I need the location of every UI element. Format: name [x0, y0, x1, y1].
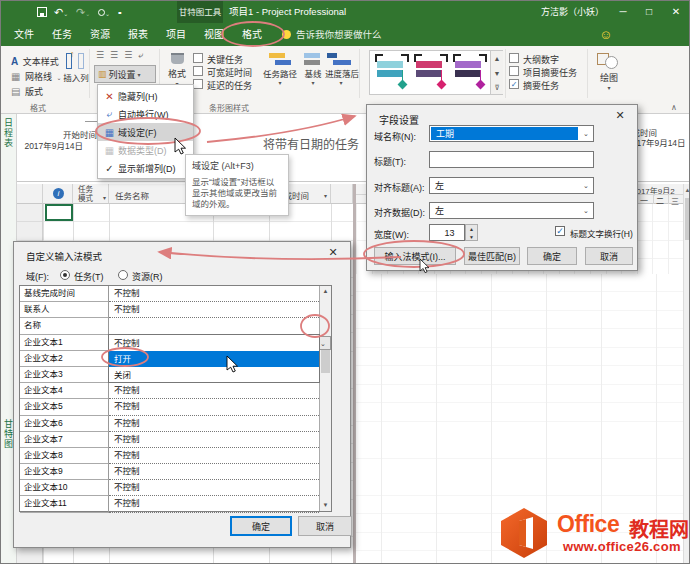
- tab-view[interactable]: 视图: [197, 23, 231, 46]
- dialog-title: 字段设置: [379, 112, 419, 127]
- outline-number-checkbox[interactable]: [509, 53, 519, 63]
- tab-file[interactable]: 文件: [7, 23, 41, 46]
- baseline-button[interactable]: 基线 ▾: [301, 51, 325, 86]
- table-row[interactable]: 企业文本4不控制: [20, 383, 331, 399]
- ime-mode-button[interactable]: 输入法模式(I)...: [374, 247, 456, 265]
- insert-column-button[interactable]: ↑ 插入列: [61, 51, 91, 83]
- late-tasks-checkbox[interactable]: [193, 79, 203, 89]
- table-row[interactable]: 企业文本10不控制: [20, 480, 331, 496]
- gallery-down-icon[interactable]: ▼: [490, 66, 503, 81]
- table-row[interactable]: 联系人不控制: [20, 302, 331, 318]
- minimize-button[interactable]: ─: [611, 1, 635, 23]
- dropdown-option[interactable]: 关闭: [109, 367, 319, 383]
- table-row[interactable]: 企业文本6不控制: [20, 416, 331, 432]
- dropdown-option[interactable]: 不控制: [109, 335, 319, 351]
- table-row[interactable]: 企业文本5不控制: [20, 399, 331, 415]
- filter-icon[interactable]: ▾: [324, 192, 327, 199]
- undo-icon[interactable]: ↶⌄: [54, 5, 68, 21]
- ok-button[interactable]: 确定: [230, 516, 292, 536]
- task-mode-column-header[interactable]: 任务模式 ▾: [73, 184, 109, 204]
- slack-checkbox[interactable]: [193, 66, 203, 76]
- task-mode-header-label: 任务模式: [78, 185, 96, 203]
- width-input[interactable]: 13: [429, 224, 465, 241]
- gantt-style-3[interactable]: [452, 54, 488, 92]
- gallery-more-icon[interactable]: ⊽: [490, 81, 503, 94]
- align-title-combo[interactable]: 左 ⌄: [429, 177, 594, 194]
- chevron-down-icon[interactable]: ⌄: [579, 182, 593, 190]
- drawing-button[interactable]: 绘图 ▾: [591, 51, 627, 91]
- gallery-up-icon[interactable]: ▲: [490, 51, 503, 66]
- table-row[interactable]: 企业文本7不控制: [20, 432, 331, 448]
- data-type-icon: ▦: [101, 145, 118, 156]
- menu-item-field-settings[interactable]: ▦ 域设定(F): [98, 123, 193, 141]
- close-button[interactable]: ✕: [664, 1, 688, 23]
- cancel-button[interactable]: 取消: [298, 516, 352, 536]
- table-row[interactable]: 企业文本8不控制: [20, 448, 331, 464]
- bar-format-button[interactable]: 格式 ▾: [163, 51, 191, 87]
- maximize-button[interactable]: □: [637, 1, 661, 23]
- redo-icon[interactable]: ↷⌄: [76, 5, 90, 21]
- alignment-icons[interactable]: ☰☰☰⤶: [96, 50, 149, 61]
- chevron-down-icon[interactable]: ⌄: [579, 207, 593, 215]
- resource-radio[interactable]: [118, 270, 128, 280]
- touch-mode-icon[interactable]: ⌄: [98, 5, 110, 21]
- contextual-tab-gantt-tools[interactable]: 甘特图工具: [177, 1, 223, 23]
- gantt-style-gallery[interactable]: ▲ ▼ ⊽: [369, 50, 503, 95]
- menu-item-show-new-column[interactable]: ✓ 显示新增列(D): [98, 159, 193, 177]
- field-name-combo[interactable]: 工期 ⌄: [429, 125, 594, 142]
- gantt-style-1[interactable]: [374, 54, 410, 92]
- scrollbar-thumb[interactable]: [685, 198, 690, 240]
- menu-item-hide-column[interactable]: ✕ 隐藏列(H): [98, 87, 193, 105]
- scroll-up-icon[interactable]: ▲: [320, 286, 331, 297]
- cancel-button[interactable]: 取消: [585, 247, 633, 265]
- task-path-button[interactable]: 任务路径 ▾: [259, 51, 301, 86]
- best-fit-button[interactable]: 最佳匹配(B): [464, 247, 520, 265]
- column-settings-button[interactable]: ▥ 列设置 ▾: [94, 65, 156, 83]
- tab-task[interactable]: 任务: [45, 23, 79, 46]
- table-scrollbar[interactable]: ▲ ▼: [319, 286, 331, 511]
- tab-project[interactable]: 项目: [159, 23, 193, 46]
- table-row[interactable]: 企业文本9不控制: [20, 464, 331, 480]
- indicator-column-header[interactable]: i: [43, 184, 73, 204]
- summary-tasks-label: 摘要任务: [523, 79, 559, 92]
- field-name-value: 工期: [431, 127, 578, 140]
- dropdown-option-selected[interactable]: 打开: [109, 351, 319, 367]
- tab-format[interactable]: 格式: [235, 23, 269, 46]
- filter-icon[interactable]: ▾: [103, 194, 106, 201]
- summary-tasks-checkbox[interactable]: ✓: [509, 79, 519, 89]
- chevron-down-icon[interactable]: ⌄: [579, 130, 593, 138]
- tab-resource[interactable]: 资源: [83, 23, 117, 46]
- collapse-ribbon-icon[interactable]: ∧: [671, 103, 677, 112]
- table-row[interactable]: 企业文本11不控制: [20, 496, 331, 512]
- table-row[interactable]: 名称: [20, 318, 331, 334]
- save-icon[interactable]: [37, 7, 47, 17]
- feedback-smiley-icon[interactable]: ☺: [599, 27, 612, 42]
- slippage-button[interactable]: 进度落后 ▾: [325, 51, 357, 86]
- layout-button[interactable]: ▤ 版式: [11, 81, 43, 99]
- selected-cell[interactable]: [45, 204, 73, 221]
- gantt-style-2[interactable]: [413, 54, 449, 92]
- project-summary-checkbox[interactable]: [509, 66, 519, 76]
- task-radio[interactable]: [60, 270, 70, 280]
- tab-report[interactable]: 报表: [121, 23, 155, 46]
- scroll-up-icon[interactable]: ▲: [684, 184, 690, 196]
- critical-tasks-checkbox[interactable]: [193, 53, 203, 63]
- tell-me-box[interactable]: 告诉我你想要做什么: [296, 23, 382, 46]
- table-row[interactable]: 基线完成时间不控制: [20, 286, 331, 302]
- close-icon[interactable]: ✕: [324, 246, 342, 259]
- row-header-corner[interactable]: [17, 184, 43, 204]
- ok-button-label: 确定: [543, 250, 561, 263]
- close-icon[interactable]: ✕: [611, 109, 629, 122]
- partial-column-header[interactable]: [331, 184, 353, 204]
- qat-customize-icon[interactable]: ⹀: [118, 5, 122, 19]
- wrap-header-checkbox[interactable]: ✓: [555, 226, 565, 236]
- title-input[interactable]: [429, 151, 594, 168]
- align-data-combo[interactable]: 左 ⌄: [429, 202, 594, 219]
- menu-item-wrap-text[interactable]: ⤶ 自动换行(W): [98, 105, 193, 123]
- ok-button[interactable]: 确定: [527, 247, 577, 265]
- account-name[interactable]: 方洁影（小妖）: [541, 1, 604, 23]
- scroll-down-icon[interactable]: ▼: [320, 500, 331, 511]
- timeline-pane-strip[interactable]: 日程表: [1, 114, 17, 182]
- menu-item-data-type: ▦ 数据类型(D): [98, 141, 193, 159]
- width-stepper[interactable]: ▲▼: [465, 224, 478, 241]
